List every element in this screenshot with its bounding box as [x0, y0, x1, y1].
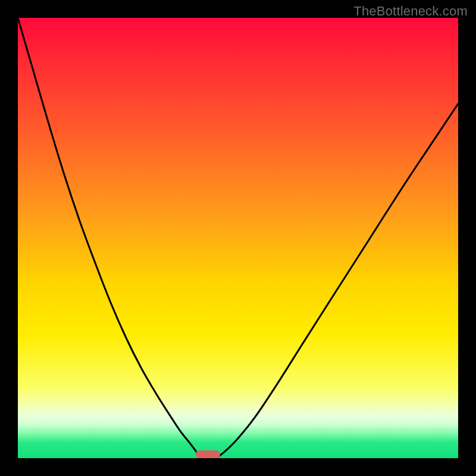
plot-area	[18, 18, 458, 458]
chart-frame: TheBottleneck.com	[0, 0, 476, 476]
bottleneck-curve	[18, 18, 458, 458]
watermark-text: TheBottleneck.com	[353, 4, 468, 19]
curve-left-branch	[18, 18, 201, 458]
curve-right-branch	[216, 104, 458, 458]
bottleneck-marker	[196, 450, 220, 458]
